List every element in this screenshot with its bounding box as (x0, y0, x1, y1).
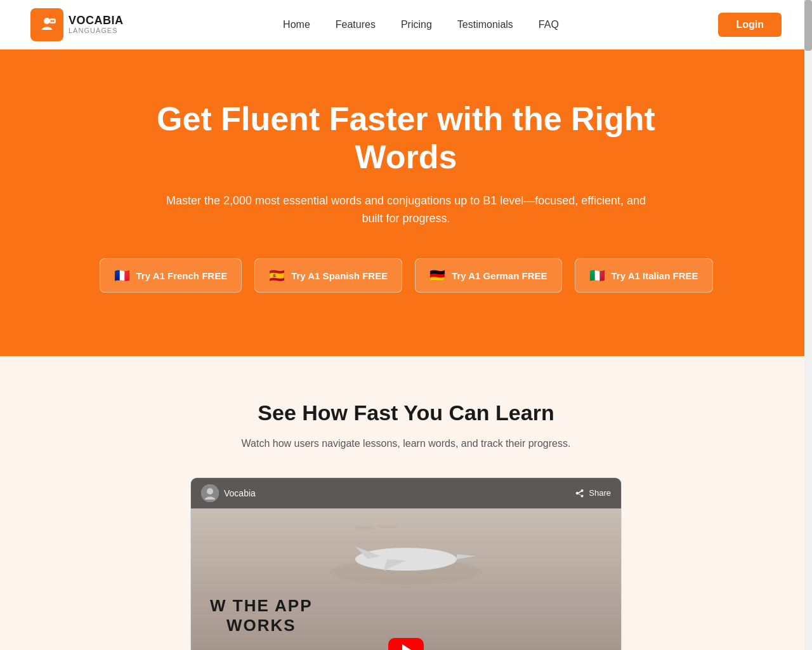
svg-rect-13 (377, 525, 396, 528)
hero-subheading: Master the 2,000 most essential words an… (165, 192, 647, 229)
nav-item-testimonials[interactable]: Testimonials (457, 19, 513, 30)
svg-rect-12 (355, 526, 374, 530)
video-content: W THE APP WORKS (191, 508, 621, 650)
nav-links: Home Features Pricing Testimonials FAQ (283, 19, 559, 30)
scrollbar[interactable] (804, 0, 812, 650)
italian-flag: 🇮🇹 (589, 268, 605, 283)
svg-point-3 (51, 20, 53, 22)
video-inner: Vocabia Share (191, 478, 621, 650)
cta-spanish[interactable]: 🇪🇸 Try A1 Spanish FREE (254, 258, 402, 293)
german-flag: 🇩🇪 (429, 268, 445, 283)
youtube-play-button[interactable] (388, 638, 424, 650)
cta-french-label: Try A1 French FREE (136, 270, 228, 281)
video-share-button[interactable]: Share (575, 488, 611, 498)
video-topbar: Vocabia Share (191, 478, 621, 508)
cta-italian-label: Try A1 Italian FREE (612, 270, 698, 281)
learn-heading: See How Fast You Can Learn (258, 401, 554, 425)
channel-name: Vocabia (224, 488, 256, 498)
logo-icon (30, 8, 63, 41)
brand-subtitle: Languages (69, 27, 124, 34)
logo[interactable]: VOCABIA Languages (30, 8, 124, 41)
cta-spanish-label: Try A1 Spanish FREE (291, 270, 388, 281)
channel-avatar (201, 484, 219, 502)
nav-item-home[interactable]: Home (283, 19, 310, 30)
french-flag: 🇫🇷 (114, 268, 130, 283)
svg-point-4 (53, 20, 55, 22)
cta-italian[interactable]: 🇮🇹 Try A1 Italian FREE (575, 258, 713, 293)
svg-point-1 (44, 18, 50, 24)
video-overlay-text: W THE APP WORKS (210, 596, 312, 635)
share-label: Share (589, 488, 611, 498)
video-channel-info: Vocabia (201, 484, 256, 502)
svg-marker-9 (457, 554, 476, 559)
video-embed[interactable]: Vocabia Share (190, 477, 622, 650)
cta-german[interactable]: 🇩🇪 Try A1 German FREE (415, 258, 561, 293)
hero-section: Get Fluent Faster with the Right Words M… (0, 50, 812, 356)
main-nav: VOCABIA Languages Home Features Pricing … (0, 0, 812, 50)
svg-point-6 (207, 488, 213, 494)
scrollbar-thumb[interactable] (804, 0, 812, 51)
brand-title: VOCABIA (69, 15, 124, 27)
cta-buttons-group: 🇫🇷 Try A1 French FREE 🇪🇸 Try A1 Spanish … (100, 258, 713, 293)
nav-item-pricing[interactable]: Pricing (401, 19, 432, 30)
hero-heading: Get Fluent Faster with the Right Words (152, 100, 660, 176)
svg-rect-0 (36, 13, 58, 36)
cta-french[interactable]: 🇫🇷 Try A1 French FREE (100, 258, 242, 293)
cta-german-label: Try A1 German FREE (452, 270, 547, 281)
learn-subheading: Watch how users navigate lessons, learn … (242, 435, 571, 452)
spanish-flag: 🇪🇸 (269, 268, 285, 283)
login-button[interactable]: Login (718, 13, 782, 37)
svg-point-8 (355, 548, 457, 571)
logo-text: VOCABIA Languages (69, 15, 124, 35)
nav-item-features[interactable]: Features (336, 19, 376, 30)
learn-section: See How Fast You Can Learn Watch how use… (0, 356, 812, 650)
nav-item-faq[interactable]: FAQ (539, 19, 559, 30)
